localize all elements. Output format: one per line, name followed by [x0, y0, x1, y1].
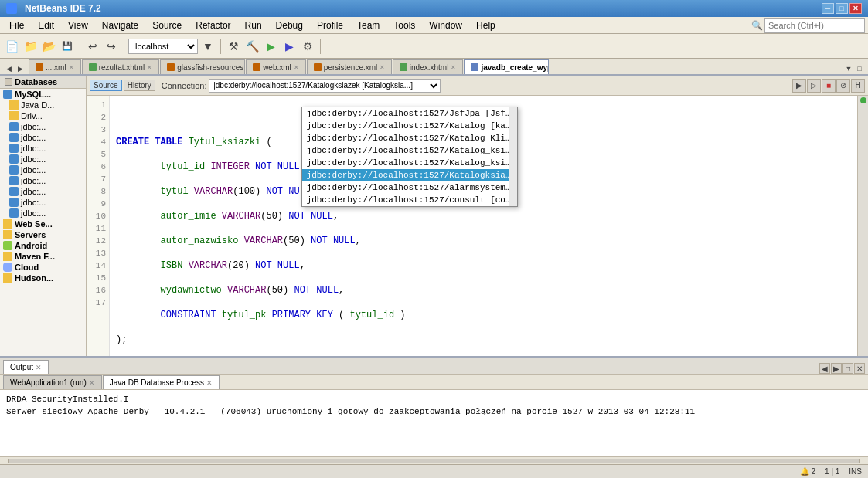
stop-btn[interactable]: ■	[822, 79, 836, 93]
connection-combo[interactable]: jdbc:derby://localhost:1527/JsfJpa [JsfJ…	[209, 79, 441, 93]
output-scroll-left[interactable]: ◀	[819, 363, 830, 374]
run-selection-btn[interactable]: ▷	[807, 79, 821, 93]
menu-profile[interactable]: Profile	[311, 19, 349, 32]
tabs-overflow[interactable]: ▼	[843, 63, 854, 74]
sidebar-item-hudson[interactable]: Hudson...	[0, 273, 86, 283]
menu-view[interactable]: View	[62, 19, 94, 32]
menu-file[interactable]: File	[3, 19, 30, 32]
h-scrollbar-track[interactable]	[8, 459, 860, 463]
sidebar-item-jdbc5[interactable]: jdbc:...	[0, 164, 86, 175]
db-icon-mysql	[3, 90, 12, 99]
sidebar-item-jdbc1[interactable]: jdbc:...	[0, 121, 86, 132]
menu-navigate[interactable]: Navigate	[96, 19, 145, 32]
dropdown-item-1[interactable]: jdbc:derby://localhost:1527/Katalog [kat…	[302, 120, 517, 132]
close-button[interactable]: ✕	[849, 3, 862, 14]
build-button[interactable]: ⚒	[225, 38, 242, 55]
tabs-maximize[interactable]: □	[854, 63, 865, 74]
connection-dropdown[interactable]: jdbc:derby://localhost:1527/JsfJpa [JsfJ…	[301, 107, 518, 207]
dropdown-item-3[interactable]: jdbc:derby://localhost:1527/Katalog_ksia…	[302, 144, 517, 157]
tabs-scroll-left[interactable]: ◀	[3, 63, 14, 74]
sidebar-collapse-btn[interactable]	[5, 78, 12, 86]
new-button[interactable]: 📄	[3, 38, 20, 55]
dropdown-item-6[interactable]: jdbc:derby://localhost:1527/alarmsystem …	[302, 181, 517, 194]
sidebar-item-webservices[interactable]: Web Se...	[0, 219, 86, 229]
new-project-button[interactable]: 📁	[22, 38, 39, 55]
output-tab-main[interactable]: Output ✕	[3, 360, 49, 374]
history-btn[interactable]: History	[124, 80, 155, 91]
menu-refactor[interactable]: Refactor	[189, 19, 237, 32]
sidebar-item-maven[interactable]: Maven F...	[0, 251, 86, 262]
tab-close-rezultat[interactable]: ✕	[147, 64, 152, 71]
debug-button[interactable]: ▶	[281, 38, 298, 55]
minimize-button[interactable]: ─	[822, 3, 834, 14]
sidebar-item-jdbc9[interactable]: jdbc:...	[0, 208, 86, 219]
menu-debug[interactable]: Debug	[270, 19, 309, 32]
tab-icon-persistence	[314, 63, 322, 71]
tab-rezultat[interactable]: rezultat.xhtml ✕	[82, 59, 159, 74]
search-input[interactable]	[764, 18, 865, 33]
project-combo[interactable]: localhost	[128, 39, 198, 54]
sidebar-item-cloud[interactable]: Cloud	[0, 262, 86, 273]
sidebar-item-mysql[interactable]: MySQL...	[0, 89, 86, 100]
redo-button[interactable]: ↪	[103, 38, 120, 55]
source-btn[interactable]: Source	[90, 80, 122, 91]
open-button[interactable]: 📂	[40, 38, 57, 55]
tabs-nav-left[interactable]: ◀ ▶	[3, 63, 26, 74]
profile-button[interactable]: ⚙	[299, 38, 316, 55]
sidebar-item-jdbc7[interactable]: jdbc:...	[0, 186, 86, 197]
dropdown-item-2[interactable]: jdbc:derby://localhost:1527/Katalog_Klie…	[302, 132, 517, 144]
maximize-button[interactable]: □	[836, 3, 848, 14]
tab-index[interactable]: index.xhtml ✕	[393, 59, 464, 74]
tab-close-persistence[interactable]: ✕	[380, 64, 385, 71]
dropdown-scrollbar[interactable]	[509, 107, 517, 206]
tab-persistence[interactable]: persistence.xml ✕	[307, 59, 392, 74]
dropdown-item-4[interactable]: jdbc:derby://localhost:1527/Katalog_ksia…	[302, 157, 517, 169]
tab-close-xml1[interactable]: ✕	[69, 64, 74, 71]
dropdown-item-0[interactable]: jdbc:derby://localhost:1527/JsfJpa [JsfJ…	[302, 107, 517, 120]
tab-sql[interactable]: javadb_create_wypozyczalnia.sql ✕	[464, 59, 549, 74]
menu-run[interactable]: Run	[239, 19, 268, 32]
sidebar-item-servers[interactable]: Servers	[0, 229, 86, 240]
tab-close-index[interactable]: ✕	[451, 64, 456, 71]
sidebar-item-java-db[interactable]: Java D...	[0, 100, 86, 110]
history-sql-btn[interactable]: H	[851, 79, 865, 93]
tab-label-index: index.xhtml	[410, 63, 449, 72]
sidebar-item-jdbc2[interactable]: jdbc:...	[0, 132, 86, 143]
output-content-tab-javadb[interactable]: Java DB Database Process ✕	[103, 375, 220, 389]
output-close[interactable]: ✕	[854, 363, 865, 374]
sidebar-item-jdbc3[interactable]: jdbc:...	[0, 143, 86, 154]
output-tab-close[interactable]: ✕	[36, 364, 42, 371]
sidebar-item-jdbc8[interactable]: jdbc:...	[0, 197, 86, 208]
tab-webxml[interactable]: web.xml ✕	[246, 59, 306, 74]
output-content-area[interactable]: DRDA_SecurityInstalled.I Serwer sieciowy…	[0, 390, 868, 456]
tab-glassfish[interactable]: glassfish-resources.xml ✕	[160, 59, 245, 74]
clear-btn[interactable]: ⊘	[836, 79, 850, 93]
sidebar-item-android[interactable]: Android	[0, 240, 86, 251]
output-scroll-right[interactable]: ▶	[831, 363, 842, 374]
output-maximize[interactable]: □	[842, 363, 853, 374]
tab-xml1[interactable]: ....xml ✕	[29, 59, 81, 74]
menu-window[interactable]: Window	[423, 19, 468, 32]
sidebar-item-jdbc6[interactable]: jdbc:...	[0, 175, 86, 186]
output-horizontal-scrollbar[interactable]	[0, 456, 868, 464]
save-button[interactable]: 💾	[59, 38, 76, 55]
sidebar-item-jdbc4[interactable]: jdbc:...	[0, 154, 86, 164]
sidebar-header: Databases	[0, 76, 86, 89]
output-content-tab-webapp[interactable]: WebApplication1 (run) ✕	[3, 375, 102, 389]
dropdown-item-7[interactable]: jdbc:derby://localhost:1527/consult [con…	[302, 194, 517, 206]
undo-button[interactable]: ↩	[84, 38, 101, 55]
dropdown-item-5[interactable]: jdbc:derby://localhost:1527/Katalogksiaz…	[302, 169, 517, 181]
menu-help[interactable]: Help	[470, 19, 502, 32]
clean-build-button[interactable]: 🔨	[243, 38, 260, 55]
run-button[interactable]: ▶	[262, 38, 279, 55]
combo-arrow[interactable]: ▼	[199, 38, 216, 55]
menu-team[interactable]: Team	[351, 19, 386, 32]
menu-tools[interactable]: Tools	[387, 19, 421, 32]
sidebar-item-drivers[interactable]: Driv...	[0, 110, 86, 121]
run-sql-btn[interactable]: ▶	[792, 79, 806, 93]
menu-edit[interactable]: Edit	[32, 19, 60, 32]
tabs-scroll-right[interactable]: ▶	[15, 63, 26, 74]
menu-source[interactable]: Source	[146, 19, 188, 32]
tab-close-webxml[interactable]: ✕	[294, 64, 299, 71]
sidebar-label-jdbc8: jdbc:...	[21, 198, 46, 207]
